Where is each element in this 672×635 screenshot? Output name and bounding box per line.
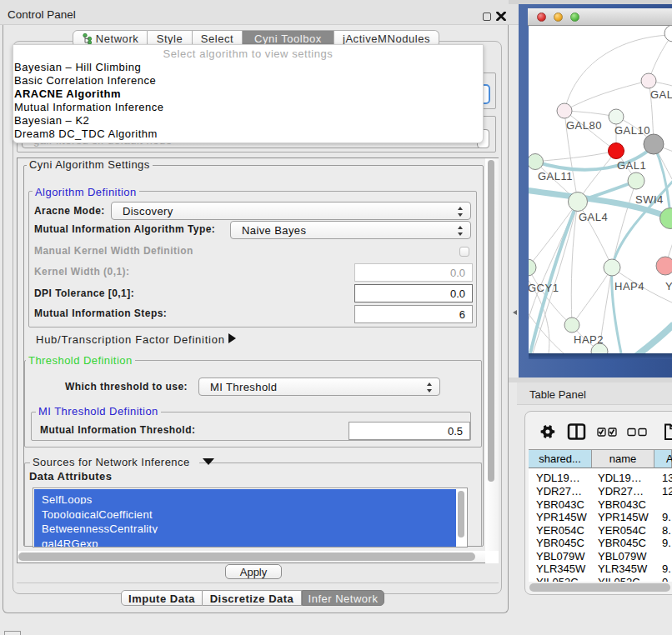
svg-text:GAL4: GAL4 [579,211,608,223]
svg-text:SWI4: SWI4 [635,193,664,206]
svg-text:GAL1: GAL1 [617,159,646,172]
svg-text:GAL10: GAL10 [614,124,650,137]
svg-text:GAL80: GAL80 [566,119,602,132]
svg-text:HAP2: HAP2 [574,333,604,346]
svg-text:GAL11: GAL11 [538,170,573,182]
svg-text:HAP4: HAP4 [614,280,644,292]
svg-text:Y: Y [665,280,672,292]
svg-text:GAL: GAL [650,88,672,101]
svg-text:GCY1: GCY1 [529,282,559,294]
